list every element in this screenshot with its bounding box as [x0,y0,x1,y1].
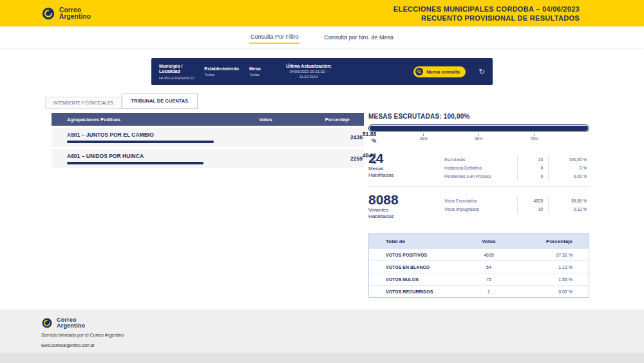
footer-bottom-strip [0,353,644,363]
escrutadas-progress-bar [368,124,589,132]
header-logo[interactable]: Correo Argentino [41,6,91,21]
mesas-label-line2: Habilitadas [368,172,444,179]
mesas-stats: 24 Mesas Habilitadas Escrutadas 24 100,0… [368,152,589,187]
footer-service-text: Servicio brindado por el Correo Argentin… [41,333,644,337]
filter-municipio[interactable]: Municipio / Localidad HUINCA RENANCO [159,64,194,80]
update-label: Última Actualización: [271,64,347,70]
totals-header-row: Total de Votos Porcentaje [369,234,589,248]
party-results-table: Agrupaciones Políticas Votos Porcentaje … [52,113,364,168]
page-title: ELECCIONES MUNICIPALES CORDOBA – 04/06/2… [393,5,580,23]
stat-row: Escrutadas 24 100,00 % [444,155,589,164]
municipio-label-line1: Municipio / [159,64,194,70]
footer-logo: Correo Argentino [41,317,644,329]
page: Correo Argentino ELECCIONES MUNICIPALES … [0,0,644,363]
summary-panel: MESAS ESCRUTADAS: 100,00% 25% 50% 75% 24… [368,113,589,298]
tab-intendente-concejales[interactable]: INTENDENTE Y CONCEJALES [45,97,122,109]
search-icon [415,68,423,75]
table-row: VOTOS POSITIVOS 4695 97.31 % [369,248,589,260]
table-row: A601 – UNIDOS POR HUINCA 2259 48.12 % [52,149,364,168]
col-porcentaje: Porcentaje [293,117,364,123]
footer-url-link[interactable]: www.correoargentino.com.ar [41,343,644,348]
progress-scale: 25% 50% 75% [368,133,589,144]
municipio-label-line2: Localidad [159,69,194,75]
table-row: VOTOS RECURRIDOS 1 0.02 % [369,285,589,297]
stat-row: Pendientes o en Proceso 0 0,00 % [444,172,589,181]
tick-25: 25% [420,133,428,141]
votantes-count: 8088 [368,193,444,207]
stats-block: 24 Mesas Habilitadas Escrutadas 24 100,0… [368,152,589,226]
stat-row: Votos Escrutados 4825 59,66 % [444,197,589,205]
refresh-icon[interactable]: ↻ [478,68,485,75]
footer-brand-text: Correo Argentino [57,317,85,329]
brand-line2: Argentino [59,13,91,20]
tick-75: 75% [530,133,538,141]
municipio-value: HUINCA RENANCO [159,76,194,80]
party-bar [67,162,350,164]
mesas-label-line1: Mesas [368,166,444,172]
table-row: A501 – JUNTOS POR EL CAMBIO 2436 51.88 % [52,128,364,147]
establecimiento-label: Establecimiento [204,66,239,72]
page-title-line2: RECUENTO PROVISIONAL DE RESULTADOS [393,14,580,23]
establecimiento-value: Todos [204,73,239,77]
header: Correo Argentino ELECCIONES MUNICIPALES … [0,0,644,26]
party-bar [67,141,350,143]
mesa-label: Mesa [249,66,261,72]
tab-tribunal-de-cuentas[interactable]: TRIBUNAL DE CUENTAS [122,93,198,109]
table-row: VOTOS NULOS 75 1.55 % [369,273,589,285]
results-header-row: Agrupaciones Políticas Votos Porcentaje [52,113,364,126]
party-votes: 2436 [350,134,363,141]
votantes-label-line1: Votantes [368,207,444,213]
escrutadas-progress-fill [370,126,588,131]
tick-50: 50% [475,133,482,141]
new-query-label: Nueva consulta [426,70,460,74]
party-name: A501 – JUNTOS POR EL CAMBIO [67,132,350,138]
query-tabs: Consulta Por Filtro Consulta por Nro. de… [0,26,644,48]
correo-logo-icon [41,6,55,21]
last-update: Última Actualización: 04/06/2023 20:01:0… [271,64,347,80]
votantes-label-line2: Habilitados [368,213,444,220]
filter-mesa[interactable]: Mesa Todas [249,66,261,77]
correo-logo-icon [41,317,53,329]
page-title-line1: ELECCIONES MUNICIPALES CORDOBA – 04/06/2… [393,5,580,14]
totals-table: Total de Votos Porcentaje VOTOS POSITIVO… [368,233,589,298]
footer: Correo Argentino Servicio brindado por e… [0,309,644,363]
party-name: A601 – UNIDOS POR HUINCA [67,153,350,159]
table-row: VOTOS EN BLANCO 54 1.12 % [369,260,589,273]
section-tabs: INTENDENTE Y CONCEJALES TRIBUNAL DE CUEN… [45,93,198,109]
tab-consulta-por-filtro[interactable]: Consulta Por Filtro [249,30,300,44]
filter-establecimiento[interactable]: Establecimiento Todos [204,66,239,77]
mesas-escrutadas-title: MESAS ESCRUTADAS: 100,00% [368,113,589,120]
party-votes: 2259 [350,155,363,162]
col-votos: Votos [238,117,293,123]
update-code: ELEC0114 [271,74,347,79]
mesa-value: Todas [249,73,261,77]
mesas-count: 24 [368,152,444,166]
tab-consulta-por-mesa[interactable]: Consulta por Nro. de Mesa [323,31,395,43]
new-query-button[interactable]: Nueva consulta [413,66,466,77]
filter-bar: Municipio / Localidad HUINCA RENANCO Est… [151,58,493,85]
header-brand-text: Correo Argentino [59,7,91,20]
votantes-stats: 8088 Votantes Habilitados Votos Escrutad… [368,193,589,226]
stat-row: Votos Impugnados 10 0,12 % [444,205,589,213]
stat-row: Incidencia Definitiva 0 0 % [444,164,589,172]
col-agrupaciones: Agrupaciones Políticas [52,117,238,123]
update-timestamp: 04/06/2023 20:01:02 – [271,69,347,74]
